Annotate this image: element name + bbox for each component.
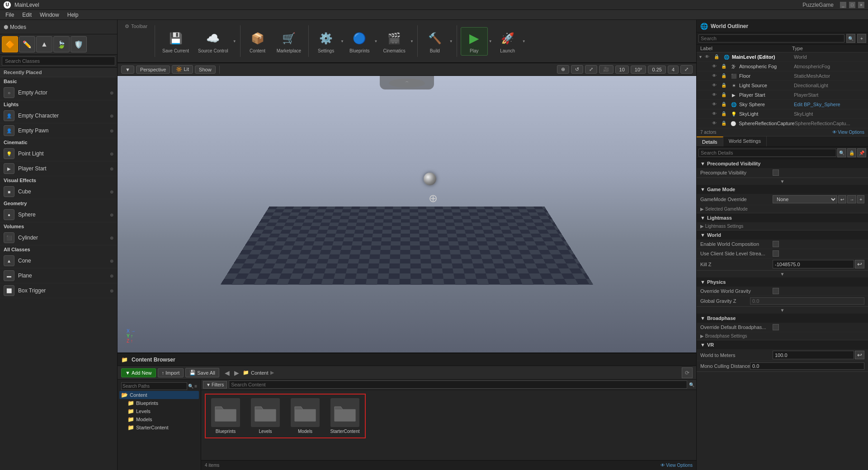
close-button[interactable]: × [858, 2, 864, 8]
blueprints-dropdown[interactable]: ▼ [374, 39, 377, 43]
world-to-meters-reset-btn[interactable]: ↩ [855, 351, 864, 359]
expand-mainlevel-icon[interactable]: ▼ [698, 55, 705, 59]
toolbar-marketplace[interactable]: 🛒 Marketplace [273, 28, 305, 55]
folder-levels-item[interactable]: Levels [247, 396, 283, 436]
folder-models-item[interactable]: Models [287, 396, 323, 436]
outliner-item-playerstart[interactable]: 👁 🔒 ▶ Player Start PlayerStart [697, 90, 868, 100]
selected-gamemode-expander[interactable]: ▶ Selected GameMode [697, 205, 868, 213]
vr-header[interactable]: ▼ VR [697, 340, 868, 349]
outliner-item-skylight[interactable]: 👁 🔒 💡 SkyLight SkyLight [697, 109, 868, 119]
import-button[interactable]: ↑ Import [158, 368, 184, 377]
filters-button[interactable]: ▼ Filters [203, 381, 227, 389]
outliner-add-btn[interactable]: + [857, 34, 866, 43]
actor-box-trigger[interactable]: ⬜ Box Trigger ⊕ [0, 283, 117, 298]
tree-item-levels[interactable]: 📁 Levels [119, 407, 199, 415]
toolbar-build[interactable]: 🔨 Build ▼ [421, 28, 453, 55]
nav-widget[interactable]: ⌒ [380, 76, 434, 89]
perspective-btn[interactable]: Perspective [136, 66, 170, 74]
global-gravity-input[interactable] [750, 297, 864, 305]
actor-empty-actor[interactable]: ○ Empty Actor ⊕ [0, 85, 117, 100]
breadcrumb-content[interactable]: Content [251, 370, 269, 376]
toolbar-cinematics[interactable]: 🎬 Cinematics ▼ [379, 28, 413, 55]
launch-dropdown[interactable]: ▼ [522, 39, 526, 43]
broadphase-settings-expander[interactable]: ▶ Broadphase Settings [697, 332, 868, 340]
mode-landscape[interactable]: ▲ [36, 36, 52, 52]
mode-placement[interactable]: 🔶 [2, 36, 18, 52]
nav-forward-button[interactable]: ▶ [232, 368, 241, 377]
category-volumes[interactable]: Volumes [0, 222, 117, 230]
gamemode-reset-btn[interactable]: ↩ [838, 195, 846, 203]
category-lights[interactable]: Lights [0, 100, 117, 108]
actor-point-light[interactable]: 💡 Point Light ⊕ [0, 146, 117, 161]
gamemode-override-select[interactable]: None [773, 195, 837, 203]
menu-edit[interactable]: Edit [19, 11, 35, 19]
tree-item-blueprints[interactable]: 📁 Blueprints [119, 399, 199, 407]
outliner-search-input[interactable] [698, 34, 844, 42]
gamemode-create-btn[interactable]: + [857, 195, 864, 203]
window-controls[interactable]: PuzzleGame _ □ × [802, 2, 864, 8]
category-geometry[interactable]: Geometry [0, 199, 117, 207]
build-dropdown[interactable]: ▼ [449, 39, 453, 43]
content-view-options-button[interactable]: 👁 View Options [660, 463, 693, 468]
lightmass-header[interactable]: ▼ Lightmass [697, 213, 868, 222]
details-lock-btn[interactable]: 🔒 [847, 148, 856, 157]
outliner-item-fog[interactable]: 👁 🔒 🌫 Atmospheric Fog AtmosphericFog [697, 62, 868, 71]
precompute-visibility-checkbox[interactable] [773, 169, 779, 176]
details-pin-btn[interactable]: 📌 [857, 148, 866, 157]
tree-item-content[interactable]: 📂 Content [119, 391, 199, 399]
actor-empty-character[interactable]: 👤 Empty Character ⊕ [0, 108, 117, 123]
scale-value-btn[interactable]: 0.25 [648, 66, 665, 74]
sync-button[interactable]: ⟳ [682, 367, 693, 378]
toolbar-play[interactable]: ▶ Play ▼ [461, 27, 492, 56]
world-header[interactable]: ▼ World [697, 230, 868, 240]
skysphere-type[interactable]: Edit BP_Sky_Sphere [794, 102, 866, 107]
add-new-button[interactable]: ▼ Add New [121, 368, 156, 377]
rotate-icon-btn[interactable]: ↺ [571, 65, 583, 74]
play-dropdown[interactable]: ▼ [489, 39, 492, 43]
actor-sphere[interactable]: ● Sphere ⊕ [0, 207, 117, 222]
category-cinematic[interactable]: Cinematic [0, 138, 117, 146]
maximize-button[interactable]: □ [849, 2, 855, 8]
details-search-btn[interactable]: 🔍 [837, 148, 846, 157]
menu-help[interactable]: Help [64, 11, 82, 19]
actor-cylinder[interactable]: ⬛ Cylinder ⊕ [0, 230, 117, 245]
kill-z-input[interactable] [773, 260, 854, 268]
category-all-classes[interactable]: All Classes [0, 245, 117, 254]
grid-size-btn[interactable]: 10 [615, 66, 629, 74]
show-btn[interactable]: Show [195, 66, 216, 74]
num-btn[interactable]: 4 [668, 66, 679, 74]
outliner-item-skysphere[interactable]: 👁 🔒 🌐 Sky Sphere Edit BP_Sky_Sphere [697, 100, 868, 109]
outliner-item-mainlevel[interactable]: ▼ 👁 🔒 🌐 MainLevel (Editor) World [697, 52, 868, 62]
outliner-view-options-button[interactable]: 👁 View Options [832, 130, 864, 135]
outliner-item-sphere-reflection[interactable]: 👁 🔒 ⚪ SphereReflectionCapture SphereRefl… [697, 119, 868, 128]
gamemode-browse-btn[interactable]: → [847, 195, 856, 203]
kill-z-reset-btn[interactable]: ↩ [855, 260, 864, 268]
minimize-button[interactable]: _ [840, 2, 846, 8]
translate-icon-btn[interactable]: ⊕ [557, 65, 569, 74]
toolbar-content[interactable]: 📦 Content [244, 28, 271, 55]
world-composition-checkbox[interactable] [773, 241, 779, 247]
search-classes-input[interactable] [2, 56, 115, 66]
folder-blueprints-item[interactable]: Blueprints [208, 396, 244, 436]
search-paths-input[interactable] [121, 382, 187, 390]
settings-dropdown[interactable]: ▼ [340, 39, 344, 43]
cinematics-dropdown[interactable]: ▼ [410, 39, 414, 43]
lit-btn[interactable]: 🔆 Lit [172, 65, 193, 74]
camera-speed-btn[interactable]: 🎥 [599, 65, 613, 74]
client-side-checkbox[interactable] [773, 250, 779, 257]
actor-plane[interactable]: ▬ Plane ⊕ [0, 268, 117, 283]
category-visual-effects[interactable]: Visual Effects [0, 176, 117, 184]
override-gravity-checkbox[interactable] [773, 288, 779, 294]
save-all-button[interactable]: 💾 Save All [185, 368, 219, 377]
tree-item-starter-content[interactable]: 📁 StarterContent [119, 423, 199, 432]
viewport-3d[interactable]: ⊕ X → Y ↑ Z ↑ ⌒ [118, 76, 696, 352]
viewport-dropdown-btn[interactable]: ▼ [121, 66, 134, 74]
toolbar-save-current[interactable]: 💾 Save Current [159, 28, 193, 55]
toolbar-blueprints[interactable]: 🔵 Blueprints ▼ [346, 28, 377, 55]
lightmass-settings-expander[interactable]: ▶ Lightmass Settings [697, 222, 868, 230]
precomputed-visibility-header[interactable]: ▼ Precomputed Visibility [697, 159, 868, 168]
category-basic[interactable]: Basic [0, 77, 117, 85]
actor-empty-pawn[interactable]: 👤 Empty Pawn ⊕ [0, 123, 117, 138]
mode-geometry[interactable]: 🛡️ [71, 36, 87, 52]
folder-starter-content-item[interactable]: StarterContent [327, 396, 363, 436]
